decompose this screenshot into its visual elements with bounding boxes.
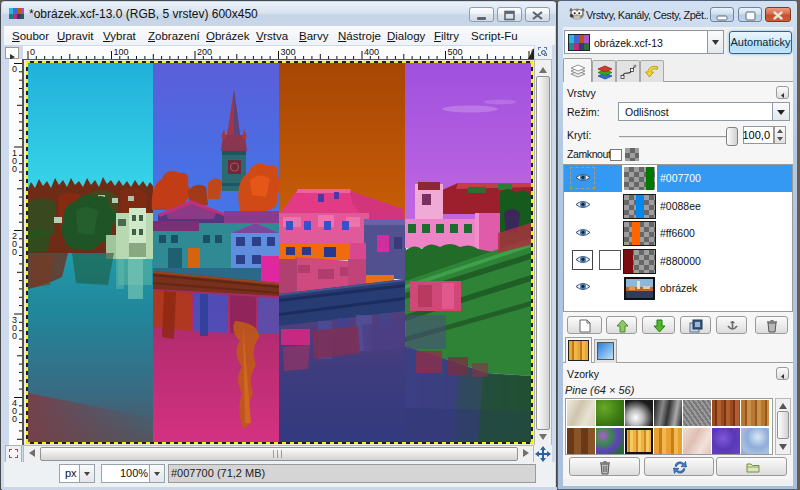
- svg-text:200: 200: [197, 47, 212, 57]
- svg-text:0: 0: [12, 331, 17, 341]
- svg-text:400: 400: [364, 47, 379, 57]
- svg-text:300: 300: [281, 47, 296, 57]
- svg-text:100: 100: [114, 47, 129, 57]
- svg-text:0: 0: [12, 247, 17, 257]
- svg-text:0: 0: [12, 64, 17, 74]
- svg-text:0: 0: [30, 47, 35, 57]
- svg-text:500: 500: [448, 47, 463, 57]
- svg-text:0: 0: [12, 164, 17, 174]
- svg-text:0: 0: [12, 414, 17, 424]
